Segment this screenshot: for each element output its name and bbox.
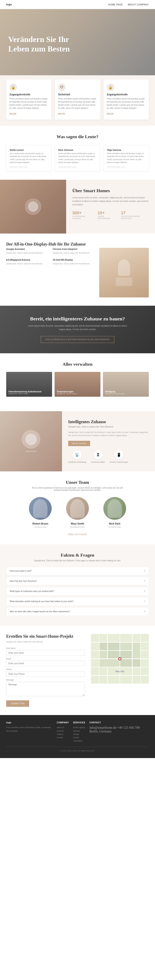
faq-item-3[interactable]: What education and/or training do you ha… [6,597,149,606]
stat-1-label: JAHRE ERFAHRUNG [98,215,116,220]
name-input[interactable] [6,650,85,655]
feature-3-title: 10-Zoll-HD-Display [53,259,95,261]
name-label: Dein Name [6,647,85,649]
cta-banner: Bereit, ein intelligenteres Zuhause zu b… [0,306,155,353]
svg-point-22 [119,658,121,660]
footer-col-2: SERVICES Smart Lighting Security Climate… [73,721,85,743]
manage-section: Alles verwalten Videoüberwachung Außenbe… [0,353,155,411]
navigation: logo HOME PAGE ABOUT COMPANY [0,0,155,9]
footer-logo: logo [6,721,52,724]
intelligent-sub: Sample text. Click to select the Text El… [68,425,149,428]
footer-svc-0[interactable]: Smart Lighting [73,726,85,729]
message-label: Message [6,679,85,681]
footer-link-contact[interactable]: Contact [57,736,69,739]
svg-rect-11 [100,643,107,650]
footer-svc-3[interactable]: Automation [73,739,85,743]
footer-services-title: SERVICES [73,721,85,724]
faq-item-2[interactable]: What types of customers have you worked … [6,587,149,595]
hero-section: Verändern Sie Ihr Leben zum Besten 🔒 Zug… [0,9,155,126]
nav-about[interactable]: ABOUT COMPANY [128,3,149,6]
t2-text: Proin und libero amet null faucibus susp… [107,152,145,164]
intelligent-section: Smart Device Intelligentes Zuhause Sampl… [0,411,155,472]
phone-input[interactable] [6,671,85,677]
copyright-text: © 2021 Smart Home. All Rights Reserved. [60,750,95,752]
svg-rect-20 [133,659,140,667]
faq-item-0[interactable]: How much does it cost? ▾ [6,567,149,575]
feat-1-label: Zentral verwaltet [91,461,105,463]
email-label: Email [6,658,85,660]
phone-label: Phone [6,668,85,670]
t1-name: Nick Johnson [58,149,96,151]
team-grid: Robert Braun Architekt Leiter Mary Smith… [6,497,149,528]
wifi-icon: 📡 [73,450,82,460]
stat-0-num: 300+ [72,210,93,215]
smart-section: Über Smart Homes Lorem ipsum dolor sit a… [0,180,155,234]
faq-q3: What education and/or training do you ha… [10,600,74,603]
team-section: Unser Team Bis zu einem gewissen Grad is… [0,471,155,544]
avatar-mary [66,497,89,520]
hero-card-1-title: Sicherheit [58,93,97,96]
intelligent-features: 📡 Drahtlose Verbindung 🎛 Zentral verwalt… [68,450,149,463]
intelligent-content: Intelligentes Zuhause Sample text. Click… [62,411,155,472]
intelligent-mehr-button[interactable]: MEHR SEHEN [68,441,90,446]
allinone-section: Der All-in-One-Display-Hub für Ihr Zuhau… [0,234,155,306]
lock2-icon: 🔒 [107,84,114,91]
email-input[interactable] [6,661,85,666]
feature-3: 10-Zoll-HD-Display Sample text. Click to… [53,259,95,265]
team-more-link[interactable]: Bilder vom Freunde [68,533,86,536]
faq-q2: What types of customers have you worked … [10,590,54,592]
faq-section: Fakten & Fragen Sample text. Click to se… [0,544,155,626]
hero-banner: Verändern Sie Ihr Leben zum Besten [0,9,155,75]
intelligent-title: Intelligentes Zuhause [68,420,149,424]
testimonial-0: Stella Larsen Am u consc amet erat fauci… [6,145,51,172]
testimonials-title: Was sagen die Leute? [6,134,149,139]
feat-0-label: Drahtlose Verbindung [68,461,86,463]
footer-company-title: COMPANY [57,721,69,724]
hero-card-1: 🛡 Sicherheit Proin und libero amet null … [55,80,100,119]
feature-2: 8,5-Megapixel-Kamera Sample text. Click … [6,259,49,265]
footer: logo Proin und libero amet null faucibus… [0,715,155,758]
mehr-link-1[interactable]: MEHR [58,113,65,115]
nav-home[interactable]: HOME PAGE [108,3,123,6]
testimonials-section: Was sagen die Leute? Stella Larsen Am u … [0,126,155,180]
avatar-robert [29,497,52,520]
nav-links: HOME PAGE ABOUT COMPANY [108,3,149,6]
feat-0: 📡 Drahtlose Verbindung [68,450,86,463]
mehr-link-0[interactable]: MEHR [9,113,16,115]
mehr-link-2[interactable]: MEHR [107,113,114,115]
footer-svc-1[interactable]: Security [73,729,85,733]
feature-0: Google Assistant Sample text. Click to s… [6,248,49,255]
message-input[interactable] [6,682,85,696]
t2-name: Olga Ivanova [107,149,145,151]
faq-item-1[interactable]: How Free Are Your Services? ▾ [6,577,149,585]
svg-rect-12 [108,643,119,650]
footer-link-projects[interactable]: Projects [57,733,69,736]
svg-rect-19 [133,643,140,659]
faq-q4: Nam sit amet odio dolor, feugiat iaculis… [10,610,70,612]
manage-card-1: Temperaturregler Sample text. Click to s… [55,372,100,397]
footer-svc-2[interactable]: Climate Control [73,733,85,739]
footer-desc: Proin und libero amet null faucibus susp… [6,726,52,732]
feature-1-text: Sample text. Click to select the Text El… [53,251,95,255]
smart-title: Über Smart Homes [72,188,149,193]
team-member-1: Mary Smith Qualitätskontrolle [61,497,94,528]
team-sub: Bis zu einem gewissen Grad ist es uns ge… [28,487,127,491]
map: New York [91,634,149,684]
phone-icon: 📱 [114,450,123,460]
t0-date: POSTING DATE 2020 [10,166,48,168]
submit-button[interactable]: Submitten [6,700,29,707]
footer-link-services[interactable]: Services [57,729,69,733]
team-title: Unser Team [6,480,149,485]
stat-1-num: 10+ [98,210,116,215]
t1-date: POSTING DATE 2020 [58,166,96,168]
footer-link-about[interactable]: About Us [57,726,69,729]
member-1-name: Mary Smith [61,522,94,525]
cta-button[interactable]: VOLLSTÄNDIGES KOSTENVORANSCHLAG ANFORDER… [41,336,114,343]
feature-3-text: Sample text. Click to select the Text El… [53,262,95,265]
feat-1: 🎛 Zentral verwaltet [91,450,105,463]
manage-card-0: Videoüberwachung Außenbereich Sample tex… [6,372,52,397]
smart-content: Über Smart Homes Lorem ipsum dolor sit a… [66,180,155,234]
faq-item-4[interactable]: Nam sit amet odio dolor, feugiat iaculis… [6,607,149,616]
cta-title: Bereit, ein intelligenteres Zuhause zu b… [8,316,147,321]
manage-title: Alles verwalten [6,361,149,367]
